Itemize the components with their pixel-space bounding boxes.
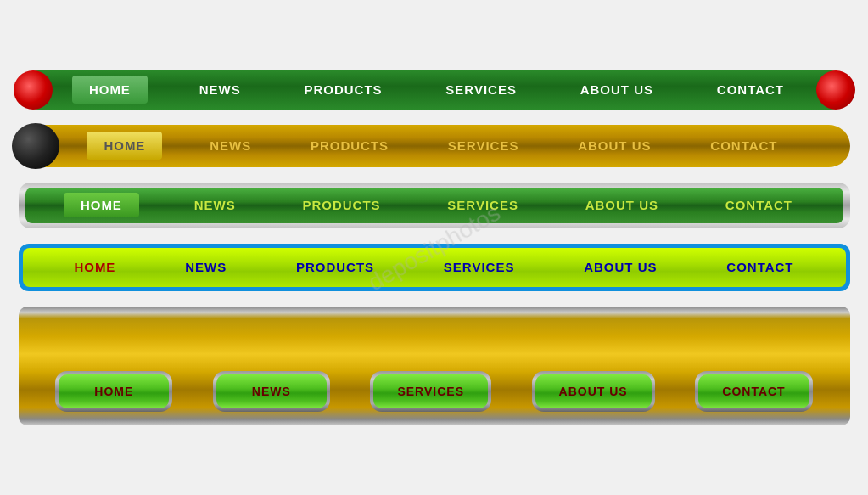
nav2-news[interactable]: NEWS bbox=[198, 132, 263, 160]
navbar-4: HOME NEWS PRODUCTS SERVICES ABOUT US CON… bbox=[23, 248, 846, 287]
nav3-home[interactable]: HOME bbox=[64, 193, 139, 217]
nav2-contact[interactable]: CONTACT bbox=[698, 132, 789, 160]
nav4-products[interactable]: PRODUCTS bbox=[284, 255, 386, 279]
navbar-1: HOME NEWS PRODUCTS SERVICES ABOUT US CON… bbox=[19, 70, 850, 110]
navbar-5-wrapper: HOME NEWS SERVICES ABOUT US CONTACT bbox=[19, 307, 850, 425]
nav1-home[interactable]: HOME bbox=[72, 76, 148, 104]
nav3-items: HOME NEWS PRODUCTS SERVICES ABOUT US CON… bbox=[25, 193, 843, 217]
nav1-about[interactable]: ABOUT US bbox=[568, 76, 665, 104]
nav5-about-btn[interactable]: ABOUT US bbox=[535, 374, 652, 408]
nav1-items: HOME NEWS PRODUCTS SERVICES ABOUT US CON… bbox=[19, 76, 850, 104]
nav4-news[interactable]: NEWS bbox=[173, 255, 238, 279]
nav3-products[interactable]: PRODUCTS bbox=[290, 193, 392, 217]
nav2-home[interactable]: HOME bbox=[87, 132, 162, 160]
navbar-3-wrapper: HOME NEWS PRODUCTS SERVICES ABOUT US CON… bbox=[19, 183, 850, 228]
nav2-items: HOME NEWS PRODUCTS SERVICES ABOUT US CON… bbox=[19, 132, 850, 160]
nav2-services[interactable]: SERVICES bbox=[436, 132, 531, 160]
nav4-home[interactable]: HOME bbox=[62, 255, 127, 279]
nav5-contact-btn[interactable]: CONTACT bbox=[698, 374, 809, 408]
nav3-contact[interactable]: CONTACT bbox=[714, 193, 804, 217]
nav5-button-row: HOME NEWS SERVICES ABOUT US CONTACT bbox=[27, 363, 842, 419]
nav3-services[interactable]: SERVICES bbox=[435, 193, 530, 217]
nav5-home-btn[interactable]: HOME bbox=[59, 374, 169, 408]
nav1-services[interactable]: SERVICES bbox=[434, 76, 529, 104]
nav5-news-wrapper: NEWS bbox=[213, 371, 330, 412]
nav1-products[interactable]: PRODUCTS bbox=[292, 76, 394, 104]
nav2-products[interactable]: PRODUCTS bbox=[299, 132, 400, 160]
nav3-about[interactable]: ABOUT US bbox=[574, 193, 670, 217]
nav5-news-btn[interactable]: NEWS bbox=[216, 374, 327, 408]
nav5-about-wrapper: ABOUT US bbox=[532, 371, 655, 412]
nav5-services-btn[interactable]: SERVICES bbox=[373, 374, 488, 408]
nav4-about[interactable]: ABOUT US bbox=[572, 255, 669, 279]
nav5-services-wrapper: SERVICES bbox=[370, 371, 491, 412]
navbar-4-wrapper: HOME NEWS PRODUCTS SERVICES ABOUT US CON… bbox=[19, 244, 850, 291]
nav3-news[interactable]: NEWS bbox=[182, 193, 248, 217]
nav4-items: HOME NEWS PRODUCTS SERVICES ABOUT US CON… bbox=[23, 255, 846, 279]
nav2-about[interactable]: ABOUT US bbox=[566, 132, 663, 160]
navbar-3: HOME NEWS PRODUCTS SERVICES ABOUT US CON… bbox=[25, 188, 843, 223]
nav1-news[interactable]: NEWS bbox=[188, 76, 253, 104]
nav5-contact-wrapper: CONTACT bbox=[695, 371, 812, 412]
nav4-services[interactable]: SERVICES bbox=[432, 255, 527, 279]
navbar-2: HOME NEWS PRODUCTS SERVICES ABOUT US CON… bbox=[19, 125, 850, 167]
nav4-contact[interactable]: CONTACT bbox=[714, 255, 805, 279]
nav1-contact[interactable]: CONTACT bbox=[705, 76, 796, 104]
nav5-home-wrapper: HOME bbox=[55, 371, 172, 412]
